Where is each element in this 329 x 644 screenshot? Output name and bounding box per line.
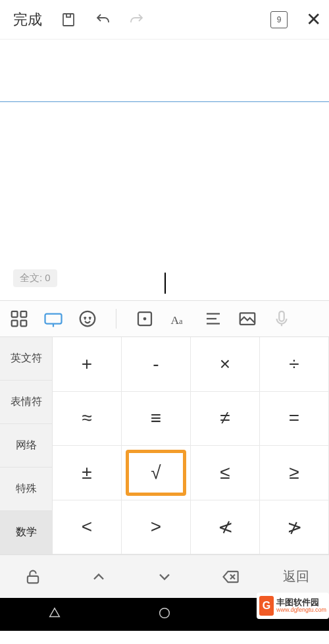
symbol-divide[interactable]: ÷: [260, 337, 329, 392]
backspace-icon[interactable]: [197, 555, 263, 598]
svg-rect-4: [12, 321, 18, 327]
symbol-lt[interactable]: <: [53, 500, 122, 555]
symbol-identical[interactable]: ≡: [122, 392, 191, 446]
undo-icon[interactable]: [95, 12, 111, 28]
watermark: G 丰图软件园 www.dgfengtu.com: [257, 593, 329, 619]
svg-rect-3: [21, 311, 27, 317]
redo-icon: [129, 12, 145, 28]
top-toolbar: 完成 9 ✕: [0, 0, 329, 40]
svg-point-10: [144, 318, 146, 320]
watermark-logo: G: [259, 596, 274, 616]
category-column: 英文符 表情符 网络 特殊 数学: [0, 337, 53, 554]
nav-back-icon[interactable]: [47, 606, 62, 623]
apps-icon[interactable]: [9, 309, 29, 329]
page-count-badge[interactable]: 9: [270, 11, 288, 28]
symbol-approx[interactable]: ≈: [53, 392, 122, 446]
font-icon[interactable]: Aa: [169, 309, 189, 329]
symbol-gte[interactable]: ≥: [260, 446, 329, 500]
save-icon[interactable]: [61, 12, 76, 28]
svg-point-22: [160, 608, 170, 618]
image-icon[interactable]: [238, 309, 257, 329]
symbol-neq[interactable]: ≠: [191, 392, 260, 446]
svg-marker-21: [50, 608, 60, 617]
keyboard-icon[interactable]: [43, 309, 63, 329]
svg-rect-17: [279, 311, 284, 321]
svg-text:A: A: [171, 313, 180, 327]
category-math[interactable]: 数学: [0, 511, 53, 554]
keyboard-bottom-row: 返回: [0, 554, 329, 598]
category-english[interactable]: 英文符: [0, 337, 53, 381]
symbol-plus[interactable]: +: [53, 337, 122, 392]
svg-rect-18: [28, 576, 38, 583]
align-icon[interactable]: [203, 309, 223, 329]
nav-home-icon[interactable]: [157, 606, 172, 623]
svg-rect-2: [12, 311, 18, 317]
category-emoji[interactable]: 表情符: [0, 381, 53, 424]
symbol-ngt[interactable]: ≯: [260, 500, 329, 555]
category-net[interactable]: 网络: [0, 424, 53, 468]
ruler-line: [0, 101, 329, 102]
back-button[interactable]: 返回: [263, 555, 329, 598]
format-toolbar: Aa: [0, 300, 329, 337]
watermark-url: www.dgfengtu.com: [276, 607, 326, 614]
svg-rect-1: [66, 14, 70, 17]
svg-rect-0: [63, 14, 74, 26]
symbol-multiply[interactable]: ×: [191, 337, 260, 392]
done-button[interactable]: 完成: [8, 10, 47, 30]
symbol-equals[interactable]: =: [260, 392, 329, 446]
separator: [116, 309, 116, 329]
symbol-plusminus[interactable]: ±: [53, 446, 122, 500]
mic-icon[interactable]: [272, 309, 291, 329]
symbol-nlt[interactable]: ≮: [191, 500, 260, 555]
lock-icon[interactable]: [0, 555, 66, 598]
category-special[interactable]: 特殊: [0, 468, 53, 511]
svg-point-8: [80, 311, 95, 327]
fullscreen-icon[interactable]: [135, 309, 155, 329]
symbol-sqrt[interactable]: √: [122, 446, 191, 500]
chevron-up-icon[interactable]: [66, 555, 132, 598]
symbol-gt[interactable]: >: [122, 500, 191, 555]
symbol-grid: + - × ÷ ≈ ≡ ≠ = ± √ ≤ ≥ < > ≮ ≯: [53, 337, 329, 554]
close-icon[interactable]: ✕: [306, 9, 321, 30]
chevron-down-icon[interactable]: [132, 555, 197, 598]
symbol-lte[interactable]: ≤: [191, 446, 260, 500]
emoji-icon[interactable]: [78, 309, 97, 329]
document-canvas[interactable]: 全文: 0: [0, 40, 329, 300]
symbol-minus[interactable]: -: [122, 337, 191, 392]
svg-rect-5: [21, 321, 27, 327]
symbol-keyboard: 英文符 表情符 网络 特殊 数学 + - × ÷ ≈ ≡ ≠ = ± √ ≤ ≥…: [0, 337, 329, 554]
svg-rect-6: [45, 314, 62, 324]
svg-text:a: a: [179, 317, 183, 326]
word-count-badge: 全文: 0: [13, 269, 57, 287]
watermark-name: 丰图软件园: [276, 598, 326, 607]
text-cursor: [164, 273, 166, 294]
